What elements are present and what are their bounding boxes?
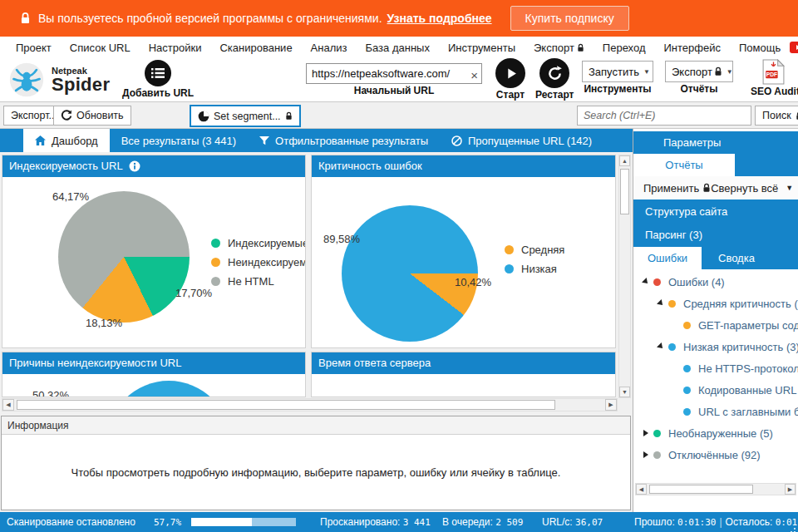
scan-status: Сканирование остановлено <box>7 516 135 528</box>
tree-expander-icon[interactable] <box>638 278 653 285</box>
trial-message: Вы пользуетесь пробной версией программы… <box>38 12 382 25</box>
status-dot <box>683 365 691 372</box>
scroll-thumb[interactable] <box>649 485 753 494</box>
tab-reports[interactable]: Отчёты <box>633 154 735 176</box>
status-dot <box>653 278 661 286</box>
netpeak-spider-logo: Netpeak Spider <box>8 62 110 98</box>
reasons-pie[interactable] <box>107 381 230 397</box>
menu-item[interactable]: База данных <box>357 42 439 54</box>
menu-item[interactable]: Переход <box>594 42 655 54</box>
status-dot <box>668 300 676 308</box>
training-videos-link[interactable]: Обучающие видео <box>790 35 798 60</box>
legend-dot <box>211 239 220 248</box>
tree-item[interactable]: Не HTTPS-протокол ( <box>633 357 798 379</box>
pdf-icon[interactable]: PDF <box>751 59 796 85</box>
tab-parameters[interactable]: Параметры <box>633 131 798 154</box>
vertical-scrollbar[interactable]: ▲ ▼ <box>618 155 631 398</box>
buy-subscription-button[interactable]: Купить подписку <box>510 6 629 31</box>
table-toolbar: Экспорт... Обновить Set segment... Поиск <box>0 102 798 129</box>
tree-item[interactable]: GET-параметры соде <box>633 314 798 336</box>
clear-url-icon[interactable]: × <box>470 68 478 83</box>
information-title: Информация <box>2 416 630 435</box>
result-tab[interactable]: Пропущенные URL (142) <box>440 129 603 152</box>
tab-summary[interactable]: Сводка <box>702 247 755 269</box>
tree-item[interactable]: Низкая критичность (3) <box>633 336 798 357</box>
tree-expander-icon[interactable] <box>638 430 653 436</box>
result-tab[interactable]: Дашборд <box>23 129 110 152</box>
status-dot <box>653 430 661 437</box>
scan-progress-bar <box>191 518 296 526</box>
scroll-thumb[interactable] <box>620 169 629 214</box>
tab-errors[interactable]: Ошибки <box>633 247 702 269</box>
information-message: Чтобы просмотреть подробную информацию, … <box>2 435 630 510</box>
tree-expander-icon[interactable] <box>638 451 653 458</box>
scroll-down-icon[interactable]: ▼ <box>619 387 630 397</box>
resize-grip[interactable] <box>794 528 796 530</box>
nav-site-structure[interactable]: Структура сайта <box>645 205 798 218</box>
add-url-button[interactable] <box>145 60 171 86</box>
scroll-up-icon[interactable]: ▲ <box>619 155 630 166</box>
result-tab[interactable]: Все результаты (3 441) <box>110 129 248 152</box>
search-button[interactable]: Поиск <box>755 106 798 126</box>
brand-spider: Spider <box>52 76 110 94</box>
tree-item[interactable]: Средняя критичность (1) <box>633 293 798 314</box>
set-segment-button[interactable]: Set segment... <box>190 105 301 127</box>
sidebar-tab-strip: Отчёты <box>633 154 798 176</box>
refresh-button[interactable]: Обновить <box>53 106 131 126</box>
menu-item[interactable]: Интерфейс <box>655 42 730 54</box>
horizontal-scrollbar[interactable]: ◀ ▶ <box>2 398 618 411</box>
start-button[interactable] <box>495 58 525 88</box>
chart-error-severity: Критичность ошибок 89,58% 10,42% Средняя… <box>311 155 616 348</box>
chart-header: Причины неиндексируемости URL <box>2 352 306 374</box>
chevron-down-icon: ▼ <box>727 68 733 76</box>
lock-icon <box>577 43 584 52</box>
menu-item[interactable]: Инструменты <box>439 42 525 54</box>
legend-item: Не HTML <box>211 272 306 291</box>
info-icon[interactable] <box>129 160 140 172</box>
scroll-right-icon[interactable]: ▶ <box>605 399 617 411</box>
sidebar: Параметры Отчёты Применить Свернуть всё … <box>633 129 798 512</box>
tree-item[interactable]: Необнаруженные (5) <box>633 422 798 444</box>
tree-item[interactable]: URL с заглавными бу <box>633 401 798 422</box>
chart-server-response-time: Время ответа сервера <box>311 352 616 397</box>
menu-item[interactable]: Сканирование <box>210 42 301 54</box>
sidebar-nav: Структура сайта Парсинг (3) <box>633 200 798 247</box>
information-panel: Информация Чтобы просмотреть подробную и… <box>1 416 631 510</box>
learn-more-link[interactable]: Узнать подробнее <box>387 12 492 25</box>
menu-item[interactable]: Настройки <box>140 42 211 54</box>
initial-url-input[interactable] <box>306 63 482 84</box>
collapse-all-button[interactable]: Свернуть всё ▼ <box>711 182 793 195</box>
apply-button[interactable]: Применить <box>643 182 711 195</box>
svg-text:PDF: PDF <box>766 71 776 77</box>
menu-item[interactable]: Анализ <box>302 42 357 54</box>
tree-item[interactable]: Отключённые (92) <box>633 444 798 466</box>
tree-item[interactable]: Ошибки (4) <box>633 271 798 293</box>
indexability-pie[interactable] <box>58 191 190 323</box>
initial-url-label: Начальный URL <box>306 85 482 96</box>
scroll-left-icon[interactable]: ◀ <box>636 484 647 495</box>
export-reports-dropdown[interactable]: Экспорт ▼ <box>665 61 733 82</box>
sidebar-horizontal-scrollbar[interactable]: ◀ ▶ <box>635 483 796 495</box>
scroll-left-icon[interactable]: ◀ <box>2 399 14 411</box>
lock-icon <box>20 12 31 25</box>
menu-item[interactable]: Список URL <box>61 42 140 54</box>
menu-item[interactable]: Проект <box>7 42 61 54</box>
menu-item[interactable]: Помощь <box>730 42 790 54</box>
scroll-right-icon[interactable]: ▶ <box>785 484 796 495</box>
tree-expander-icon[interactable] <box>653 300 668 307</box>
sidebar-actions: Применить Свернуть всё ▼ <box>633 176 798 200</box>
tree-expander-icon[interactable] <box>653 343 668 350</box>
filter-icon <box>259 136 269 145</box>
menu-item[interactable]: Экспорт <box>525 42 594 54</box>
result-tab[interactable]: Отфильтрованные результаты <box>248 129 440 152</box>
nav-parsing[interactable]: Парсинг (3) <box>645 229 798 241</box>
search-input[interactable] <box>577 106 751 126</box>
run-tool-dropdown[interactable]: Запустить ▼ <box>582 61 653 82</box>
restart-button[interactable] <box>539 58 569 88</box>
scroll-thumb[interactable] <box>17 400 555 410</box>
chart-indexability: Индексируемость URL 64,17% 17,70% 18,13%… <box>2 155 306 348</box>
trial-banner: Вы пользуетесь пробной версией программы… <box>0 0 798 37</box>
tree-item[interactable]: Кодированные URL (5 <box>633 379 798 401</box>
error-severity-pie[interactable] <box>342 205 478 342</box>
legend-item: Неиндексируемые <box>211 253 306 272</box>
